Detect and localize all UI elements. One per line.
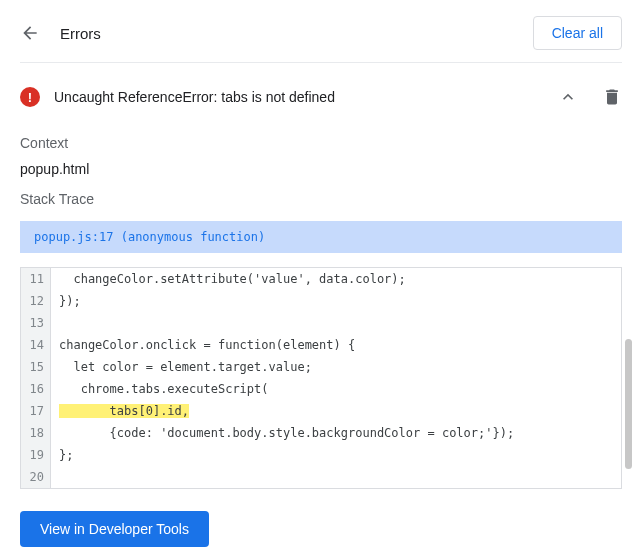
divider: [20, 62, 622, 63]
trash-icon[interactable]: [602, 87, 622, 107]
back-arrow-icon[interactable]: [20, 23, 40, 43]
code-line: 12});: [21, 290, 621, 312]
scrollbar-thumb[interactable]: [625, 339, 632, 469]
view-devtools-button[interactable]: View in Developer Tools: [20, 511, 209, 547]
code-text: changeColor.onclick = function(element) …: [51, 334, 621, 356]
code-wrap: 11 changeColor.setAttribute('value', dat…: [20, 267, 622, 489]
line-number: 17: [21, 400, 51, 422]
error-left: ! Uncaught ReferenceError: tabs is not d…: [20, 87, 335, 107]
highlighted-code: tabs[0].id,: [59, 404, 189, 418]
error-message: Uncaught ReferenceError: tabs is not def…: [54, 89, 335, 105]
code-line: 13: [21, 312, 621, 334]
error-icon: !: [20, 87, 40, 107]
code-block: 11 changeColor.setAttribute('value', dat…: [20, 267, 622, 489]
clear-all-button[interactable]: Clear all: [533, 16, 622, 50]
code-line: 15 let color = element.target.value;: [21, 356, 621, 378]
code-text: {code: 'document.body.style.backgroundCo…: [51, 422, 621, 444]
error-actions: [558, 87, 622, 107]
error-header-row: ! Uncaught ReferenceError: tabs is not d…: [20, 83, 622, 121]
code-line: 17 tabs[0].id,: [21, 400, 621, 422]
code-text: [51, 312, 621, 334]
line-number: 15: [21, 356, 51, 378]
line-number: 14: [21, 334, 51, 356]
context-label: Context: [20, 135, 622, 151]
code-line: 16 chrome.tabs.executeScript(: [21, 378, 621, 400]
code-line: 14changeColor.onclick = function(element…: [21, 334, 621, 356]
stack-frame[interactable]: popup.js:17 (anonymous function): [20, 221, 622, 253]
line-number: 12: [21, 290, 51, 312]
line-number: 16: [21, 378, 51, 400]
context-value: popup.html: [20, 161, 622, 177]
code-text: [51, 466, 621, 488]
code-text: let color = element.target.value;: [51, 356, 621, 378]
code-text: });: [51, 290, 621, 312]
code-text: chrome.tabs.executeScript(: [51, 378, 621, 400]
code-text: tabs[0].id,: [51, 400, 621, 422]
chevron-up-icon[interactable]: [558, 87, 578, 107]
code-text: };: [51, 444, 621, 466]
line-number: 13: [21, 312, 51, 334]
code-line: 19};: [21, 444, 621, 466]
code-line: 11 changeColor.setAttribute('value', dat…: [21, 268, 621, 290]
line-number: 19: [21, 444, 51, 466]
stack-trace-label: Stack Trace: [20, 191, 622, 207]
code-line: 20: [21, 466, 621, 488]
code-line: 18 {code: 'document.body.style.backgroun…: [21, 422, 621, 444]
code-text: changeColor.setAttribute('value', data.c…: [51, 268, 621, 290]
page-header: Errors Clear all: [20, 16, 622, 62]
header-left: Errors: [20, 23, 101, 43]
line-number: 11: [21, 268, 51, 290]
page-title: Errors: [60, 25, 101, 42]
line-number: 20: [21, 466, 51, 488]
line-number: 18: [21, 422, 51, 444]
